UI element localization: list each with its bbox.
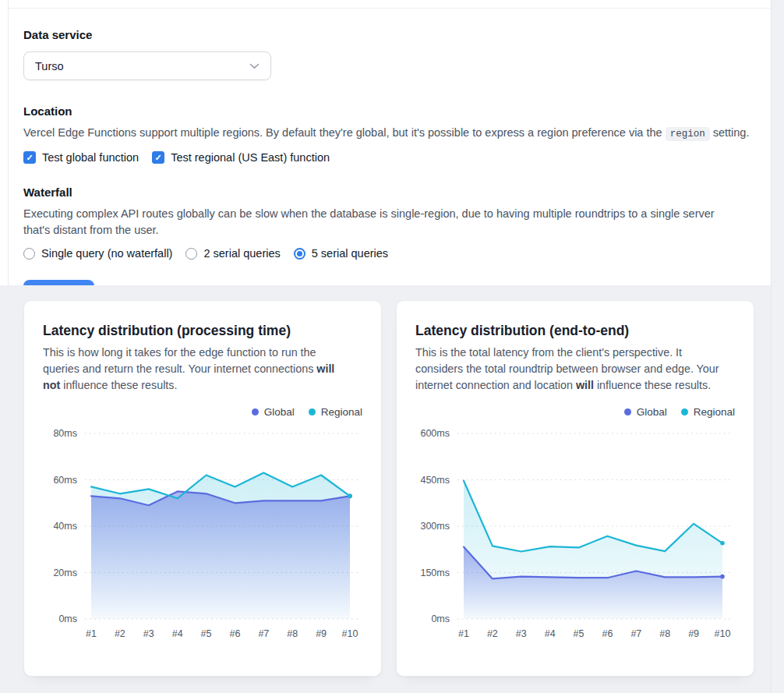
region-code-chip: region [666, 127, 710, 141]
legend-item-global: Global [624, 406, 667, 418]
data-service-heading: Data service [23, 27, 770, 42]
description-text: This is how long it takes for the edge f… [43, 346, 316, 375]
legend-label: Regional [321, 406, 362, 418]
x-axis-label: #4 [545, 628, 556, 639]
legend-item-global: Global [252, 406, 295, 418]
x-axis-label: #7 [258, 628, 269, 639]
legend-item-regional: Regional [309, 406, 362, 418]
data-service-selected-value: Turso [35, 60, 64, 72]
y-axis-label: 300ms [420, 521, 450, 532]
legend-label: Global [637, 406, 667, 418]
chart-legend: GlobalRegional [415, 406, 735, 418]
x-axis-label: #2 [115, 628, 125, 639]
x-axis-label: #2 [487, 628, 498, 639]
x-axis-label: #3 [143, 628, 154, 639]
card-description: This is how long it takes for the edge f… [43, 345, 351, 394]
series-endpoint-regional [720, 541, 725, 546]
latency-card: Latency distribution (processing time) T… [23, 300, 382, 677]
legend-label: Global [264, 406, 295, 418]
latency-card: Latency distribution (end-to-end) This i… [396, 300, 754, 677]
checkbox-label: Test regional (US East) function [171, 151, 330, 164]
checkbox-checked-icon[interactable]: ✓ [152, 151, 164, 164]
x-axis-label: #8 [287, 628, 298, 639]
description-text: influence these results. [60, 379, 177, 391]
y-axis-label: 60ms [53, 475, 77, 486]
legend-dot-global [252, 408, 259, 415]
checkbox-test-regional-us-east-function[interactable]: ✓Test regional (US East) function [152, 151, 330, 164]
legend-dot-global [624, 408, 631, 415]
latency-chart: 0ms20ms40ms60ms80ms#1#2#3#4#5#6#7#8#9#10 [43, 423, 364, 645]
location-checkbox-group: ✓Test global function✓Test regional (US … [23, 151, 770, 164]
y-axis-label: 600ms [420, 428, 450, 439]
card-title: Latency distribution (end-to-end) [415, 321, 735, 340]
series-endpoint-global [720, 575, 725, 579]
location-heading: Location [23, 104, 770, 118]
right-gutter [771, 0, 784, 693]
x-axis-label: #4 [172, 628, 183, 639]
x-axis-label: #5 [201, 628, 212, 639]
checkbox-label: Test global function [42, 151, 139, 164]
legend-dot-regional [681, 408, 688, 415]
series-endpoint-regional [348, 494, 352, 499]
radio-label: Single query (no waterfall) [41, 247, 172, 260]
x-axis-label: #10 [715, 628, 731, 639]
location-description-post: setting. [710, 126, 750, 139]
x-axis-label: #6 [602, 628, 613, 639]
checkbox-test-global-function[interactable]: ✓Test global function [23, 151, 139, 164]
x-axis-label: #5 [574, 628, 584, 639]
x-axis-label: #9 [316, 628, 327, 639]
x-axis-label: #10 [342, 628, 358, 639]
charts-row: Latency distribution (processing time) T… [23, 300, 771, 677]
legend-dot-regional [309, 408, 316, 415]
latency-chart: 0ms150ms300ms450ms600ms#1#2#3#4#5#6#7#8#… [415, 423, 736, 645]
waterfall-description: Executing complex API routes globally ca… [23, 206, 742, 239]
x-axis-label: #6 [229, 628, 240, 639]
chart-legend: GlobalRegional [43, 406, 362, 418]
data-service-select[interactable]: Turso [23, 51, 271, 80]
y-axis-label: 150ms [420, 567, 450, 578]
description-bold-text: will [576, 379, 594, 391]
waterfall-heading: Waterfall [23, 185, 770, 200]
radio-2-serial-queries[interactable]: 2 serial queries [185, 247, 280, 260]
y-axis-label: 40ms [53, 521, 77, 532]
y-axis-label: 0ms [58, 613, 77, 624]
radio-label: 2 serial queries [203, 247, 280, 260]
radio-single-query-no-waterfall[interactable]: Single query (no waterfall) [23, 247, 172, 260]
charts-section: Latency distribution (processing time) T… [0, 285, 771, 693]
card-description: This is the total latency from the clien… [415, 345, 724, 394]
waterfall-radio-group: Single query (no waterfall)2 serial quer… [23, 247, 770, 260]
description-text: influence these results. [594, 379, 711, 391]
legend-item-regional: Regional [681, 406, 735, 418]
y-axis-label: 0ms [431, 613, 450, 624]
x-axis-label: #1 [86, 628, 97, 639]
legend-label: Regional [694, 406, 735, 418]
location-description: Vercel Edge Functions support multiple r… [23, 125, 770, 143]
radio-label: 5 serial queries [312, 247, 388, 260]
x-axis-label: #3 [516, 628, 527, 639]
radio-unselected-icon[interactable] [23, 248, 35, 260]
x-axis-label: #1 [458, 628, 469, 639]
radio-selected-icon[interactable] [294, 248, 305, 260]
series-area-global [91, 491, 350, 619]
x-axis-label: #7 [630, 628, 641, 639]
radio-5-serial-queries[interactable]: 5 serial queries [294, 247, 388, 260]
checkbox-checked-icon[interactable]: ✓ [23, 151, 36, 164]
location-description-pre: Vercel Edge Functions support multiple r… [23, 126, 666, 139]
controls-panel: Data service Turso Location Vercel Edge … [9, 9, 770, 308]
radio-unselected-icon[interactable] [185, 248, 197, 260]
x-axis-label: #9 [688, 628, 699, 639]
card-title: Latency distribution (processing time) [43, 321, 362, 340]
x-axis-label: #8 [659, 628, 670, 639]
y-axis-label: 20ms [53, 567, 77, 578]
y-axis-label: 450ms [420, 475, 450, 486]
y-axis-label: 80ms [53, 428, 77, 439]
chevron-down-icon [249, 63, 260, 69]
